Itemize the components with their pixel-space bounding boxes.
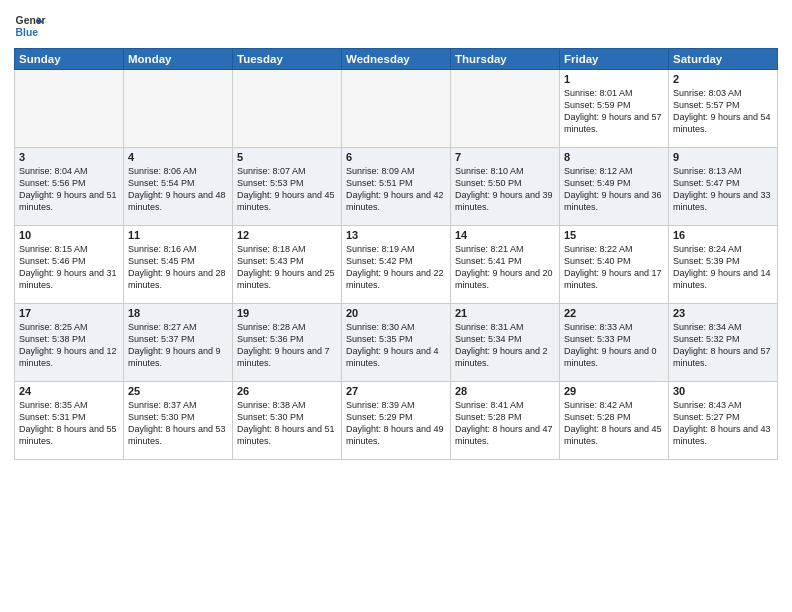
day-number: 8: [564, 151, 664, 163]
day-number: 26: [237, 385, 337, 397]
day-number: 30: [673, 385, 773, 397]
week-row-5: 24Sunrise: 8:35 AM Sunset: 5:31 PM Dayli…: [15, 382, 778, 460]
day-info: Sunrise: 8:04 AM Sunset: 5:56 PM Dayligh…: [19, 165, 119, 214]
week-row-3: 10Sunrise: 8:15 AM Sunset: 5:46 PM Dayli…: [15, 226, 778, 304]
day-info: Sunrise: 8:42 AM Sunset: 5:28 PM Dayligh…: [564, 399, 664, 448]
day-number: 5: [237, 151, 337, 163]
calendar-cell: 27Sunrise: 8:39 AM Sunset: 5:29 PM Dayli…: [342, 382, 451, 460]
calendar-cell: 26Sunrise: 8:38 AM Sunset: 5:30 PM Dayli…: [233, 382, 342, 460]
day-info: Sunrise: 8:34 AM Sunset: 5:32 PM Dayligh…: [673, 321, 773, 370]
day-number: 4: [128, 151, 228, 163]
weekday-header-tuesday: Tuesday: [233, 49, 342, 70]
calendar-cell: 21Sunrise: 8:31 AM Sunset: 5:34 PM Dayli…: [451, 304, 560, 382]
day-info: Sunrise: 8:01 AM Sunset: 5:59 PM Dayligh…: [564, 87, 664, 136]
calendar-container: General Blue SundayMondayTuesdayWednesda…: [0, 0, 792, 612]
calendar-cell: 20Sunrise: 8:30 AM Sunset: 5:35 PM Dayli…: [342, 304, 451, 382]
calendar-cell: [233, 70, 342, 148]
day-info: Sunrise: 8:21 AM Sunset: 5:41 PM Dayligh…: [455, 243, 555, 292]
calendar-cell: 8Sunrise: 8:12 AM Sunset: 5:49 PM Daylig…: [560, 148, 669, 226]
calendar-cell: 22Sunrise: 8:33 AM Sunset: 5:33 PM Dayli…: [560, 304, 669, 382]
day-number: 28: [455, 385, 555, 397]
calendar-cell: 2Sunrise: 8:03 AM Sunset: 5:57 PM Daylig…: [669, 70, 778, 148]
day-info: Sunrise: 8:31 AM Sunset: 5:34 PM Dayligh…: [455, 321, 555, 370]
day-number: 6: [346, 151, 446, 163]
day-info: Sunrise: 8:16 AM Sunset: 5:45 PM Dayligh…: [128, 243, 228, 292]
calendar-cell: 18Sunrise: 8:27 AM Sunset: 5:37 PM Dayli…: [124, 304, 233, 382]
calendar-cell: 30Sunrise: 8:43 AM Sunset: 5:27 PM Dayli…: [669, 382, 778, 460]
calendar-cell: 14Sunrise: 8:21 AM Sunset: 5:41 PM Dayli…: [451, 226, 560, 304]
calendar-cell: 4Sunrise: 8:06 AM Sunset: 5:54 PM Daylig…: [124, 148, 233, 226]
calendar-cell: 6Sunrise: 8:09 AM Sunset: 5:51 PM Daylig…: [342, 148, 451, 226]
calendar-cell: 29Sunrise: 8:42 AM Sunset: 5:28 PM Dayli…: [560, 382, 669, 460]
calendar-cell: 7Sunrise: 8:10 AM Sunset: 5:50 PM Daylig…: [451, 148, 560, 226]
calendar-cell: 16Sunrise: 8:24 AM Sunset: 5:39 PM Dayli…: [669, 226, 778, 304]
svg-text:Blue: Blue: [16, 27, 39, 38]
calendar-table: SundayMondayTuesdayWednesdayThursdayFrid…: [14, 48, 778, 460]
day-number: 11: [128, 229, 228, 241]
day-info: Sunrise: 8:13 AM Sunset: 5:47 PM Dayligh…: [673, 165, 773, 214]
day-info: Sunrise: 8:10 AM Sunset: 5:50 PM Dayligh…: [455, 165, 555, 214]
calendar-cell: 19Sunrise: 8:28 AM Sunset: 5:36 PM Dayli…: [233, 304, 342, 382]
week-row-4: 17Sunrise: 8:25 AM Sunset: 5:38 PM Dayli…: [15, 304, 778, 382]
calendar-cell: 13Sunrise: 8:19 AM Sunset: 5:42 PM Dayli…: [342, 226, 451, 304]
day-info: Sunrise: 8:25 AM Sunset: 5:38 PM Dayligh…: [19, 321, 119, 370]
weekday-header-thursday: Thursday: [451, 49, 560, 70]
day-info: Sunrise: 8:43 AM Sunset: 5:27 PM Dayligh…: [673, 399, 773, 448]
day-info: Sunrise: 8:18 AM Sunset: 5:43 PM Dayligh…: [237, 243, 337, 292]
day-number: 3: [19, 151, 119, 163]
day-number: 14: [455, 229, 555, 241]
header: General Blue: [14, 10, 778, 42]
day-number: 22: [564, 307, 664, 319]
day-number: 19: [237, 307, 337, 319]
day-number: 12: [237, 229, 337, 241]
day-number: 15: [564, 229, 664, 241]
day-number: 10: [19, 229, 119, 241]
weekday-header-friday: Friday: [560, 49, 669, 70]
week-row-1: 1Sunrise: 8:01 AM Sunset: 5:59 PM Daylig…: [15, 70, 778, 148]
day-info: Sunrise: 8:27 AM Sunset: 5:37 PM Dayligh…: [128, 321, 228, 370]
day-info: Sunrise: 8:19 AM Sunset: 5:42 PM Dayligh…: [346, 243, 446, 292]
logo-icon: General Blue: [14, 10, 46, 42]
week-row-2: 3Sunrise: 8:04 AM Sunset: 5:56 PM Daylig…: [15, 148, 778, 226]
weekday-header-sunday: Sunday: [15, 49, 124, 70]
day-info: Sunrise: 8:41 AM Sunset: 5:28 PM Dayligh…: [455, 399, 555, 448]
weekday-header-row: SundayMondayTuesdayWednesdayThursdayFrid…: [15, 49, 778, 70]
logo: General Blue: [14, 10, 50, 42]
day-info: Sunrise: 8:07 AM Sunset: 5:53 PM Dayligh…: [237, 165, 337, 214]
day-info: Sunrise: 8:24 AM Sunset: 5:39 PM Dayligh…: [673, 243, 773, 292]
calendar-cell: 15Sunrise: 8:22 AM Sunset: 5:40 PM Dayli…: [560, 226, 669, 304]
day-info: Sunrise: 8:06 AM Sunset: 5:54 PM Dayligh…: [128, 165, 228, 214]
calendar-cell: 9Sunrise: 8:13 AM Sunset: 5:47 PM Daylig…: [669, 148, 778, 226]
day-info: Sunrise: 8:30 AM Sunset: 5:35 PM Dayligh…: [346, 321, 446, 370]
day-number: 25: [128, 385, 228, 397]
calendar-cell: 25Sunrise: 8:37 AM Sunset: 5:30 PM Dayli…: [124, 382, 233, 460]
calendar-cell: 23Sunrise: 8:34 AM Sunset: 5:32 PM Dayli…: [669, 304, 778, 382]
calendar-cell: 11Sunrise: 8:16 AM Sunset: 5:45 PM Dayli…: [124, 226, 233, 304]
day-number: 17: [19, 307, 119, 319]
day-info: Sunrise: 8:38 AM Sunset: 5:30 PM Dayligh…: [237, 399, 337, 448]
day-number: 1: [564, 73, 664, 85]
calendar-cell: 10Sunrise: 8:15 AM Sunset: 5:46 PM Dayli…: [15, 226, 124, 304]
calendar-cell: 17Sunrise: 8:25 AM Sunset: 5:38 PM Dayli…: [15, 304, 124, 382]
calendar-cell: [342, 70, 451, 148]
day-number: 16: [673, 229, 773, 241]
day-info: Sunrise: 8:28 AM Sunset: 5:36 PM Dayligh…: [237, 321, 337, 370]
calendar-cell: [451, 70, 560, 148]
day-info: Sunrise: 8:37 AM Sunset: 5:30 PM Dayligh…: [128, 399, 228, 448]
day-info: Sunrise: 8:39 AM Sunset: 5:29 PM Dayligh…: [346, 399, 446, 448]
day-number: 21: [455, 307, 555, 319]
day-info: Sunrise: 8:15 AM Sunset: 5:46 PM Dayligh…: [19, 243, 119, 292]
day-number: 27: [346, 385, 446, 397]
day-info: Sunrise: 8:33 AM Sunset: 5:33 PM Dayligh…: [564, 321, 664, 370]
day-number: 18: [128, 307, 228, 319]
weekday-header-monday: Monday: [124, 49, 233, 70]
day-number: 29: [564, 385, 664, 397]
day-info: Sunrise: 8:03 AM Sunset: 5:57 PM Dayligh…: [673, 87, 773, 136]
calendar-cell: [15, 70, 124, 148]
calendar-cell: 5Sunrise: 8:07 AM Sunset: 5:53 PM Daylig…: [233, 148, 342, 226]
day-info: Sunrise: 8:12 AM Sunset: 5:49 PM Dayligh…: [564, 165, 664, 214]
day-number: 20: [346, 307, 446, 319]
day-number: 9: [673, 151, 773, 163]
day-info: Sunrise: 8:35 AM Sunset: 5:31 PM Dayligh…: [19, 399, 119, 448]
day-info: Sunrise: 8:09 AM Sunset: 5:51 PM Dayligh…: [346, 165, 446, 214]
